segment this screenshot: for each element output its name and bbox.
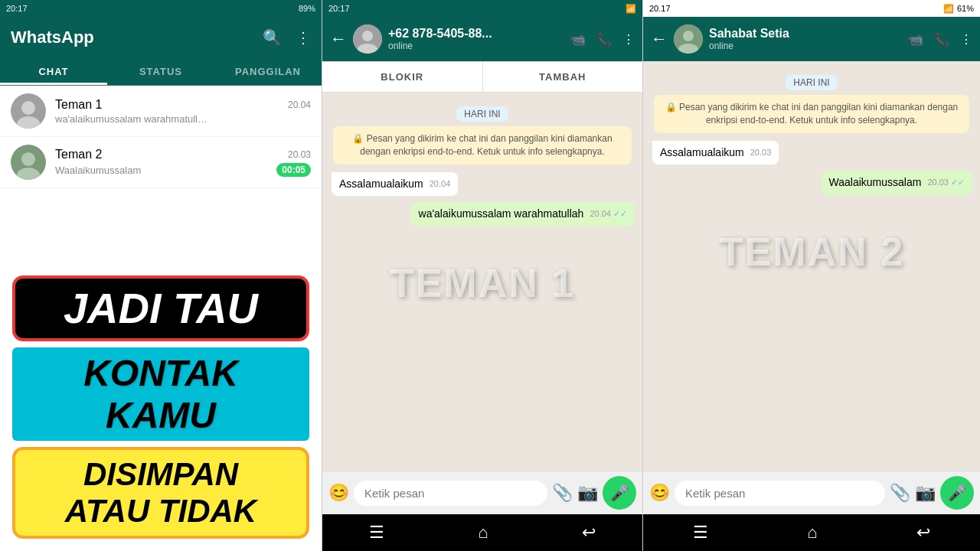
messages-list-p3: Assalamualaikum 20.03 Waalaikumussalam 2… [651,138,972,198]
camera-icon-p3[interactable]: 📷 [915,483,936,503]
more-options-icon-p2[interactable]: ⋮ [622,32,635,47]
lock-icon-p2: 🔒 [352,133,364,144]
home-nav-icon-p3[interactable]: ⌂ [807,523,817,543]
video-call-icon-p3[interactable]: 📹 [908,32,923,47]
chat-info-teman2: Teman 2 20.03 Waalaikumussalam 00:05 [55,148,311,177]
menu-nav-icon-p2[interactable]: ☰ [369,523,384,543]
battery-p3: 61% [957,4,974,13]
overlay-jadi-tau: JADI TAU [12,276,309,341]
svg-point-10 [683,31,694,41]
menu-nav-icon-p3[interactable]: ☰ [693,523,708,543]
chat-header-p3: ← Sahabat Setia online 📹 📞 ⋮ [643,17,980,61]
panel-whatsapp-chat-list: 20:17 89% WhatsApp 🔍 ⋮ CHAT STATUS PANGG… [0,0,322,551]
svg-point-4 [21,152,35,166]
message-incoming-p3: Assalamualaikum 20.03 [652,141,779,165]
more-options-icon-p3[interactable]: ⋮ [960,32,972,47]
msg-time-incoming-p2: 20.04 [430,178,451,190]
search-icon[interactable]: 🔍 [263,28,282,47]
overlay-container: JADI TAU KONTAK KAMU DISIMPANATAU TIDAK [0,263,322,551]
contact-info-p3: Sahabat Setia online [709,27,902,51]
emoji-icon-p3[interactable]: 😊 [649,483,670,503]
contact-status-p2: online [388,41,564,51]
watermark-teman1: TEMAN 1 [330,260,635,306]
attach-icon-p3[interactable]: 📎 [890,483,910,503]
back-button-p2[interactable]: ← [330,29,347,49]
contact-info-p2: +62 878-5405-88... online [388,27,564,51]
encryption-notice-p2[interactable]: 🔒 Pesan yang dikirim ke chat ini dan pan… [333,126,632,165]
tabs-bar: CHAT STATUS PANGGILAN [0,58,322,86]
overlay-kontak-kamu: KONTAK KAMU [12,347,309,441]
avatar-teman1 [11,93,46,129]
wifi-icon-p3: 📶 [943,4,954,14]
chat-preview-teman1: wa'alaikumussalam warahmatullah [55,113,208,125]
overlay-disimpan: DISIMPANATAU TIDAK [12,447,309,539]
input-bar-p3: 😊 📎 📷 🎤 [643,471,980,514]
messages-area-p2[interactable]: HARI INI 🔒 Pesan yang dikirim ke chat in… [322,93,642,471]
chat-name-teman1: Teman 1 [55,98,102,112]
action-bar-p2: BLOKIR TAMBAH [322,61,642,93]
header-icons: 🔍 ⋮ [263,28,311,47]
chat-item-teman2[interactable]: Teman 2 20.03 Waalaikumussalam 00:05 [0,137,322,188]
lock-icon-p3: 🔒 [665,102,677,112]
panel-chat-teman1: 20:17 📶 ← +62 878-5405-88... online 📹 📞 … [322,0,643,551]
messages-area-p3[interactable]: HARI INI 🔒 Pesan yang dikirim ke chat in… [643,61,980,471]
tab-status[interactable]: STATUS [107,58,214,85]
date-badge-p3: HARI INI [651,75,972,89]
message-input-p2[interactable] [354,481,547,506]
status-time-p3: 20.17 [649,4,671,13]
more-options-icon[interactable]: ⋮ [296,28,311,47]
emoji-icon-p2[interactable]: 😊 [328,483,349,503]
input-bar-p2: 😊 📎 📷 🎤 [322,471,642,514]
tambah-button[interactable]: TAMBAH [483,62,643,92]
encryption-notice-p3[interactable]: 🔒 Pesan yang dikirim ke chat ini dan pan… [654,95,969,133]
unread-badge-teman2: 00:05 [276,163,311,177]
svg-point-1 [21,101,35,115]
date-badge-p2: HARI INI [330,106,635,120]
contact-avatar-p2 [353,24,382,54]
wifi-icon: 📶 [626,4,636,14]
msg-ticks-p2: ✓✓ [613,209,627,218]
contact-name-p2: +62 878-5405-88... [388,27,564,41]
nav-bar-p2: ☰ ⌂ ↩ [322,514,642,551]
home-nav-icon-p2[interactable]: ⌂ [478,523,488,543]
chat-header-p2: ← +62 878-5405-88... online 📹 📞 ⋮ [322,17,642,61]
avatar-teman2 [11,145,46,180]
whatsapp-header: WhatsApp 🔍 ⋮ [0,17,322,58]
msg-ticks-p3: ✓✓ [951,178,965,187]
watermark-teman2: TEMAN 2 [651,229,972,275]
chat-preview-teman2: Waalaikumussalam [55,165,141,176]
contact-avatar-p3 [674,24,703,54]
status-time-p2: 20:17 [328,4,350,13]
chat-time-teman1: 20.04 [288,99,311,110]
battery-p1: 89% [299,4,315,13]
message-outgoing-p3: Waalaikumussalam 20.03 ✓✓ [822,171,972,195]
tab-chat[interactable]: CHAT [0,58,107,85]
app-title: WhatsApp [11,28,94,47]
contact-status-p3: online [709,41,902,51]
camera-icon-p2[interactable]: 📷 [577,483,598,503]
blokir-button[interactable]: BLOKIR [322,62,482,92]
back-nav-icon-p2[interactable]: ↩ [582,523,596,543]
status-time-p1: 20:17 [6,4,28,13]
back-nav-icon-p3[interactable]: ↩ [916,523,930,543]
status-bar-panel1: 20:17 89% [0,0,322,17]
msg-time-incoming-p3: 20.03 [750,147,772,158]
msg-time-outgoing-p3: 20.03 ✓✓ [927,177,965,188]
voice-call-icon-p3[interactable]: 📞 [934,32,949,47]
attach-icon-p2[interactable]: 📎 [552,483,573,503]
mic-button-p3[interactable]: 🎤 [940,476,974,510]
panel-chat-teman2: 20.17 📶 61% ← Sahabat Setia online 📹 📞 ⋮… [643,0,980,551]
svg-point-7 [362,31,373,41]
video-call-icon-p2[interactable]: 📹 [570,32,586,47]
back-button-p3[interactable]: ← [651,29,668,49]
message-incoming-p2: Assalamualaikum 20.04 [332,172,458,197]
mic-button-p2[interactable]: 🎤 [603,476,636,510]
chat-item-teman1[interactable]: Teman 1 20.04 wa'alaikumussalam warahmat… [0,86,322,137]
tab-panggilan[interactable]: PANGGILAN [214,58,322,85]
chat-time-teman2: 20.03 [288,149,311,160]
voice-call-icon-p2[interactable]: 📞 [596,32,612,47]
chat-header-icons-p3: 📹 📞 ⋮ [908,32,972,47]
status-icons-p1: 89% [299,4,315,13]
message-input-p3[interactable] [675,481,885,506]
messages-list-p2: Assalamualaikum 20.04 wa'alaikumussalam … [330,169,635,230]
